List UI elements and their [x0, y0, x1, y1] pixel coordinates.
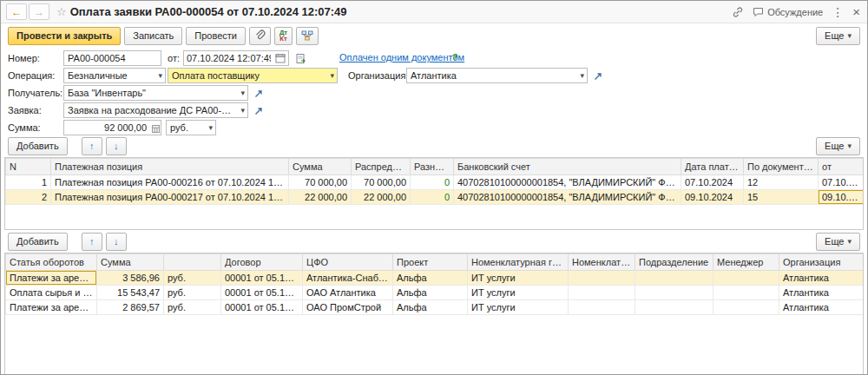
cell[interactable]: Платежи за аренду [6, 300, 97, 315]
operation-type-combo[interactable]: Оплата поставщику ▾ [168, 68, 338, 83]
allocations-add-button[interactable]: Добавить [8, 233, 68, 251]
column-header[interactable]: Разница [411, 159, 454, 175]
cell[interactable] [713, 300, 779, 315]
column-header[interactable]: Платежная позиция [51, 159, 289, 175]
cell[interactable]: Альфа [393, 271, 468, 286]
post-and-close-button[interactable]: Провести и закрыть [8, 27, 121, 45]
post-button[interactable]: Провести [186, 27, 246, 45]
allocations-move-down-button[interactable]: ↓ [106, 233, 127, 251]
payments-move-down-button[interactable]: ↓ [106, 137, 127, 155]
payments-more-button[interactable]: Еще ▾ [816, 137, 860, 155]
cell[interactable]: ОАО ПромСтрой [303, 300, 393, 315]
column-header[interactable]: Дата платежа [681, 159, 744, 175]
calculator-button[interactable] [150, 122, 161, 133]
column-header[interactable]: Сумма [97, 254, 164, 271]
cell[interactable]: ИТ услуги [468, 300, 569, 315]
column-header[interactable]: от [819, 159, 865, 175]
column-header[interactable]: Номенклатура [569, 254, 635, 271]
cell[interactable]: руб. [164, 271, 221, 286]
cell[interactable] [569, 271, 635, 286]
close-button[interactable]: × [852, 6, 860, 18]
cell[interactable]: 3 586,96 [97, 271, 164, 286]
cell[interactable]: 70 000,00 [289, 175, 352, 190]
column-header[interactable]: Договор [221, 254, 303, 271]
toolbar-more-button[interactable]: Еще ▾ [816, 27, 860, 45]
column-header[interactable]: ЦФО [303, 254, 393, 271]
cell[interactable] [635, 286, 713, 300]
related-documents-button[interactable] [296, 27, 319, 45]
cell[interactable]: ИТ услуги [468, 271, 569, 286]
column-header[interactable]: Сумма [289, 159, 352, 175]
table-row[interactable]: 2Платежная позиция РА00-000217 от 07.10.… [6, 190, 865, 205]
cell[interactable] [713, 286, 779, 300]
cell[interactable]: 1 [6, 175, 51, 190]
calendar-button[interactable] [273, 52, 286, 64]
recipient-open-button[interactable] [252, 87, 265, 100]
cell[interactable] [635, 300, 713, 315]
cell[interactable] [713, 271, 779, 286]
operation-kind-combo[interactable]: Безналичные ▾ [63, 68, 166, 83]
dropdown-caret-icon[interactable]: ▾ [240, 89, 245, 97]
get-link-button[interactable] [732, 6, 744, 18]
cell[interactable]: 00001 от 05.10.2021 [221, 286, 303, 300]
forward-button[interactable]: → [29, 3, 49, 20]
menu-dots-button[interactable]: ⋮ [832, 6, 844, 18]
column-header[interactable]: Статья оборотов [6, 254, 97, 271]
cell[interactable]: 15 [744, 190, 819, 205]
cell[interactable]: 09.10.2024 [819, 190, 865, 205]
table-row[interactable]: Платежи за аренду3 586,96руб.00001 от 05… [6, 271, 865, 286]
column-header[interactable]: Распределено [352, 159, 411, 175]
table-row[interactable]: 1Платежная позиция РА00-000216 от 07.10.… [6, 175, 865, 190]
cell[interactable]: 40702810100000001854, "ВЛАДИМИРСКИЙ" ФБ … [454, 190, 681, 205]
cell[interactable]: 09.10.2024 [681, 190, 744, 205]
payments-add-button[interactable]: Добавить [8, 137, 68, 155]
column-header[interactable]: N [6, 159, 51, 175]
cell[interactable]: ОАО Атлантика [303, 286, 393, 300]
cell[interactable]: 00001 от 05.10.2021 [221, 271, 303, 286]
dropdown-caret-icon[interactable]: ▾ [240, 106, 245, 115]
cell[interactable]: Альфа [393, 300, 468, 315]
request-open-button[interactable] [252, 104, 265, 117]
show-postings-button[interactable]: Дт Кт [274, 27, 293, 45]
cell[interactable] [569, 300, 635, 315]
date-input[interactable] [184, 53, 273, 63]
cell[interactable]: Платежная позиция РА00-000217 от 07.10.2… [51, 190, 289, 205]
cell[interactable] [635, 271, 713, 286]
cell[interactable]: руб. [164, 300, 221, 315]
cell[interactable]: 0 [411, 175, 454, 190]
cell[interactable]: 12 [744, 175, 819, 190]
organization-combo[interactable]: Атлантика ▾ [406, 68, 588, 83]
column-header[interactable]: Номенклатурная группа [468, 254, 569, 271]
cell[interactable]: Атлантика [779, 286, 865, 300]
cell[interactable]: 22 000,00 [352, 190, 411, 205]
cell[interactable]: Оплата сырья и материалов [6, 286, 97, 300]
discussion-button[interactable]: Обсуждение [753, 7, 823, 17]
cell[interactable]: 00001 от 05.10.2021 [221, 300, 303, 315]
column-header[interactable]: Проект [393, 254, 468, 271]
table-row[interactable]: Платежи за аренду2 869,57руб.00001 от 05… [6, 300, 865, 315]
attachments-button[interactable] [249, 27, 271, 45]
dropdown-caret-icon[interactable]: ▾ [208, 123, 213, 132]
cell[interactable] [569, 286, 635, 300]
payments-move-up-button[interactable]: ↑ [82, 137, 102, 155]
column-header[interactable]: Организация [779, 254, 865, 271]
amount-input[interactable] [63, 120, 161, 135]
document-journal-button[interactable] [293, 51, 308, 66]
cell[interactable]: 2 869,57 [97, 300, 164, 315]
column-header[interactable]: Банковский счет [454, 159, 681, 175]
organization-open-button[interactable] [591, 69, 604, 82]
cell[interactable]: 70 000,00 [352, 175, 411, 190]
allocations-more-button[interactable]: Еще ▾ [816, 233, 860, 251]
column-header[interactable]: Подразделение [635, 254, 713, 271]
help-icon[interactable]: ? [452, 52, 458, 62]
table-row[interactable]: Оплата сырья и материалов15 543,47руб.00… [6, 286, 865, 300]
favorite-star-icon[interactable]: ☆ [56, 5, 67, 18]
cell[interactable]: 22 000,00 [289, 190, 352, 205]
number-input[interactable] [63, 50, 161, 66]
cell[interactable]: 07.10.2024 [819, 175, 865, 190]
recipient-combo[interactable]: База "Инвентарь" ▾ [63, 85, 248, 101]
cell[interactable]: 07.10.2024 [681, 175, 744, 190]
dropdown-caret-icon[interactable]: ▾ [158, 71, 162, 80]
column-header[interactable]: Менеджер [713, 254, 779, 271]
dropdown-caret-icon[interactable]: ▾ [580, 71, 584, 80]
